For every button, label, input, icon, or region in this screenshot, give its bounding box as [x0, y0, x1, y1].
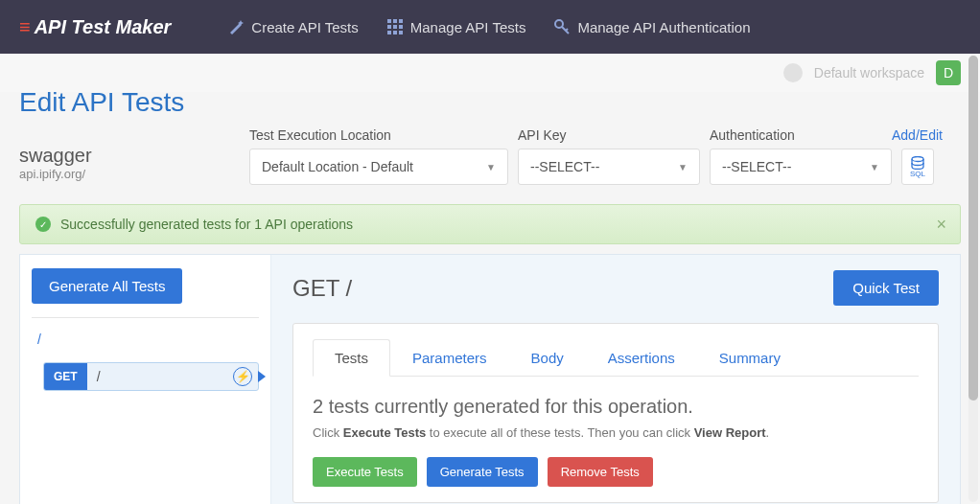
success-alert: ✓ Successfully generated tests for 1 API… [19, 204, 961, 244]
brand-name: API Test Maker [35, 16, 172, 38]
top-navbar: ≡ API Test Maker Create API Tests Manage… [0, 0, 980, 54]
caret-down-icon: ▼ [870, 162, 879, 172]
location-label: Test Execution Location [249, 127, 508, 143]
caret-down-icon: ▼ [486, 162, 496, 172]
operation-path: / [87, 369, 233, 384]
apikey-label: API Key [518, 127, 700, 143]
workspace-bar: Default workspace D [0, 54, 980, 92]
generate-all-tests-button[interactable]: Generate All Tests [32, 268, 182, 304]
svg-rect-5 [399, 25, 403, 29]
remove-tests-button[interactable]: Remove Tests [548, 457, 653, 487]
quick-test-button[interactable]: Quick Test [833, 270, 939, 306]
operation-item[interactable]: GET / ⚡ [43, 362, 259, 391]
sidebar: Generate All Tests / GET / ⚡ [20, 255, 271, 504]
svg-rect-0 [387, 19, 391, 23]
nav-manage-api-auth[interactable]: Manage API Authentication [554, 19, 750, 35]
scrollbar-thumb[interactable] [968, 56, 978, 401]
tab-summary[interactable]: Summary [697, 339, 803, 377]
path-root[interactable]: / [32, 328, 259, 351]
api-info: swagger api.ipify.org/ [19, 127, 230, 181]
tab-body[interactable]: Body [509, 339, 586, 377]
svg-rect-3 [387, 25, 391, 29]
api-host: api.ipify.org/ [19, 167, 230, 181]
svg-rect-1 [393, 19, 397, 23]
auth-select[interactable]: --SELECT--▼ [710, 149, 892, 185]
tabs: Tests Parameters Body Assertions Summary [313, 339, 919, 377]
close-icon[interactable]: × [936, 215, 946, 235]
svg-rect-6 [387, 31, 391, 34]
apikey-select[interactable]: --SELECT--▼ [518, 149, 700, 185]
tab-parameters[interactable]: Parameters [390, 339, 509, 377]
magic-wand-icon [228, 19, 244, 34]
database-icon [910, 156, 925, 170]
caret-down-icon: ▼ [678, 162, 688, 172]
workspace-badge[interactable]: D [936, 60, 961, 85]
svg-rect-2 [399, 19, 403, 23]
alert-text: Successfully generated tests for 1 API o… [60, 217, 353, 232]
svg-point-9 [555, 20, 563, 28]
auth-label: Authentication [710, 127, 844, 143]
tab-assertions[interactable]: Assertions [586, 339, 697, 377]
location-select[interactable]: Default Location - Default▼ [249, 149, 508, 185]
content-panel: GET / Quick Test Tests Parameters Body A… [271, 255, 960, 504]
svg-rect-7 [393, 31, 397, 34]
key-icon [554, 19, 570, 34]
workspace-label[interactable]: Default workspace [814, 65, 924, 80]
nav-manage-api-tests[interactable]: Manage API Tests [387, 19, 526, 35]
sql-button[interactable]: SQL [901, 149, 934, 185]
svg-rect-8 [399, 31, 403, 34]
brand-stripes-icon: ≡ [19, 16, 29, 38]
svg-rect-4 [393, 25, 397, 29]
grid-icon [387, 19, 403, 34]
add-edit-link[interactable]: Add/Edit [892, 127, 943, 149]
nav-create-api-tests[interactable]: Create API Tests [228, 19, 358, 35]
divider [32, 317, 259, 318]
page-title: Edit API Tests [0, 87, 980, 127]
generate-tests-button[interactable]: Generate Tests [427, 457, 538, 487]
brand-logo[interactable]: ≡ API Test Maker [19, 16, 171, 38]
button-row: Execute Tests Generate Tests Remove Test… [313, 457, 919, 487]
svg-point-10 [912, 156, 923, 161]
tabs-panel: Tests Parameters Body Assertions Summary… [292, 323, 939, 503]
bolt-icon[interactable]: ⚡ [233, 367, 252, 386]
nav-items: Create API Tests Manage API Tests Manage… [228, 19, 750, 35]
tests-count-text: 2 tests currently generated for this ope… [313, 396, 919, 418]
tests-hint: Click Execute Tests to execute all of th… [313, 425, 919, 440]
config-row: swagger api.ipify.org/ Test Execution Lo… [0, 127, 980, 185]
operation-title: GET / [292, 275, 352, 302]
tab-tests[interactable]: Tests [313, 339, 390, 377]
execute-tests-button[interactable]: Execute Tests [313, 457, 417, 487]
method-badge: GET [44, 363, 87, 390]
help-icon[interactable] [783, 63, 803, 82]
main-panel: Generate All Tests / GET / ⚡ GET / Quick… [19, 254, 961, 504]
api-name: swagger [19, 145, 230, 167]
check-circle-icon: ✓ [35, 217, 51, 232]
